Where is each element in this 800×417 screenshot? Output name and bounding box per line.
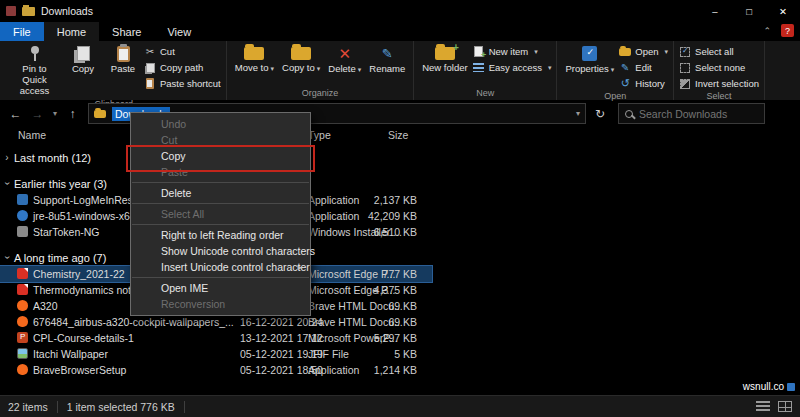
- menu-item-delete[interactable]: Delete: [131, 185, 310, 201]
- tab-share[interactable]: Share: [99, 22, 154, 41]
- cut-label: Cut: [160, 46, 175, 57]
- column-header-name[interactable]: Name: [18, 129, 46, 141]
- pin-to-quick-access-button[interactable]: Pin to Quick access: [7, 42, 62, 98]
- cut-button[interactable]: Cut: [144, 45, 221, 58]
- menu-item-show-unicode-control-characters[interactable]: Show Unicode control characters: [131, 243, 310, 259]
- tab-home[interactable]: Home: [44, 22, 99, 41]
- file-name: jre-8u51-windows-x64: [33, 210, 136, 222]
- easy-access-label: Easy access: [489, 62, 542, 73]
- copy-button[interactable]: Copy: [64, 42, 102, 76]
- menu-item-open-ime[interactable]: Open IME: [131, 280, 310, 296]
- dropdown-caret-icon: ▾: [534, 48, 538, 56]
- thumbnail-view-icon[interactable]: [778, 401, 792, 412]
- history-button[interactable]: History: [619, 77, 668, 90]
- easy-access-button[interactable]: Easy access ▾: [473, 61, 552, 74]
- select-all-button[interactable]: Select all: [679, 45, 759, 58]
- menu-item-right-to-left-reading-order[interactable]: Right to left Reading order: [131, 227, 310, 243]
- new-folder-button[interactable]: New folder: [419, 42, 470, 75]
- refresh-button[interactable]: ↻: [589, 107, 611, 121]
- up-button[interactable]: ↑: [63, 107, 82, 121]
- group-header-earlier-this-year-3[interactable]: ›Earlier this year (3): [0, 175, 800, 192]
- move-to-button[interactable]: Move to▾: [232, 42, 277, 75]
- brave-file-icon: [17, 316, 28, 327]
- menu-item-insert-unicode-control-character[interactable]: Insert Unicode control character▸: [131, 259, 310, 275]
- help-button[interactable]: ?: [781, 24, 794, 37]
- address-dropdown-caret-icon[interactable]: ▾: [576, 109, 580, 118]
- tab-file[interactable]: File: [0, 22, 44, 41]
- properties-label: Properties: [565, 63, 608, 74]
- group-label-organize: Organize: [232, 87, 408, 100]
- menu-separator: [132, 277, 309, 278]
- title-bar: Downloads – □ ✕: [0, 0, 800, 22]
- group-chevron-icon[interactable]: ›: [2, 177, 13, 191]
- pdf-file-icon: [17, 284, 28, 295]
- select-none-label: Select none: [695, 62, 745, 73]
- ribbon-group-select: Select all Select none Invert selection …: [674, 41, 765, 100]
- select-none-icon: [679, 62, 691, 74]
- group-label-new: New: [419, 87, 551, 100]
- search-input[interactable]: [639, 108, 749, 120]
- details-view-icon[interactable]: [756, 401, 770, 412]
- edit-icon: [619, 62, 631, 74]
- ribbon-group-clipboard: Pin to Quick access Copy Paste Cut: [2, 41, 227, 100]
- minimize-button[interactable]: –: [698, 0, 732, 22]
- search-box[interactable]: [618, 103, 765, 124]
- delete-button[interactable]: Delete▾: [325, 42, 364, 76]
- collapse-ribbon-icon[interactable]: ⌃: [763, 26, 771, 36]
- ribbon-group-organize: Move to▾ Copy to▾ Delete▾ Rename Organiz…: [227, 41, 414, 100]
- file-size: 1,214 KB: [345, 364, 417, 376]
- file-size: 4,375 KB: [345, 284, 417, 296]
- properties-button[interactable]: Properties▾: [562, 42, 617, 76]
- menu-separator: [132, 203, 309, 204]
- folder-icon: [22, 7, 35, 16]
- ribbon: Pin to Quick access Copy Paste Cut: [0, 41, 800, 100]
- select-none-button[interactable]: Select none: [679, 61, 759, 74]
- group-header-last-month-12[interactable]: ›Last month (12): [0, 149, 800, 166]
- tab-view[interactable]: View: [154, 22, 204, 41]
- dropdown-caret-icon: ▾: [271, 65, 275, 72]
- edit-button[interactable]: Edit: [619, 61, 668, 74]
- open-button[interactable]: Open ▾: [619, 45, 668, 58]
- recent-locations-caret-icon[interactable]: ▾: [50, 109, 60, 118]
- column-header-size[interactable]: Size: [388, 129, 408, 141]
- close-button[interactable]: ✕: [766, 0, 800, 22]
- navigation-bar: ← → ▾ ↑ Downloads ▾ ↻: [0, 100, 800, 127]
- explorer-window: Downloads – □ ✕ File Home Share View ⌃ ?…: [0, 0, 800, 417]
- paste-label: Paste: [111, 64, 135, 75]
- forward-button[interactable]: →: [28, 107, 47, 121]
- group-chevron-icon[interactable]: ›: [0, 152, 14, 163]
- window-controls: – □ ✕: [698, 0, 800, 22]
- properties-icon: [582, 46, 597, 61]
- dropdown-caret-icon: ▾: [665, 48, 669, 56]
- file-row-bravebrowsersetup[interactable]: BraveBrowserSetup05-12-2021 18:50Applica…: [0, 362, 432, 378]
- copy-to-button[interactable]: Copy to▾: [279, 42, 323, 75]
- group-chevron-icon[interactable]: ›: [2, 251, 13, 265]
- file-row-itachi-wallpaper[interactable]: Itachi Wallpaper05-12-2021 19:19JFIF Fil…: [0, 346, 432, 362]
- column-header-type[interactable]: Type: [308, 129, 331, 141]
- file-size: 777 KB: [345, 268, 417, 280]
- invert-selection-button[interactable]: Invert selection: [679, 77, 759, 90]
- rename-icon: [377, 45, 397, 63]
- new-item-button[interactable]: New item ▾: [473, 45, 552, 58]
- paste-shortcut-button[interactable]: Paste shortcut: [144, 77, 221, 90]
- ppt-file-icon: [17, 332, 28, 343]
- paste-button[interactable]: Paste: [104, 42, 142, 76]
- group-label-open: Open: [562, 90, 668, 103]
- selection-status: 1 item selected 776 KB: [67, 401, 175, 413]
- menu-item-undo: Undo: [131, 116, 310, 132]
- back-button[interactable]: ←: [6, 107, 25, 121]
- history-label: History: [635, 78, 665, 89]
- file-row-676484-airbus-a320-cockpit-wallpapers[interactable]: 676484_airbus-a320-cockpit-wallpapers_..…: [0, 314, 432, 330]
- move-to-icon: [244, 47, 264, 60]
- copy-icon: [77, 46, 90, 61]
- file-name: BraveBrowserSetup: [33, 364, 126, 376]
- group-header-a-long-time-ago-7[interactable]: ›A long time ago (7): [0, 249, 800, 266]
- copy-path-button[interactable]: Copy path: [144, 61, 221, 74]
- file-row-cpl-course-details-1[interactable]: CPL-Course-details-113-12-2021 17:12Micr…: [0, 330, 432, 346]
- rename-button[interactable]: Rename: [366, 42, 408, 76]
- delete-label: Delete: [328, 63, 355, 74]
- copy-to-label: Copy to: [282, 62, 315, 73]
- maximize-button[interactable]: □: [732, 0, 766, 22]
- file-size: 69 KB: [345, 300, 417, 312]
- menu-separator: [132, 224, 309, 225]
